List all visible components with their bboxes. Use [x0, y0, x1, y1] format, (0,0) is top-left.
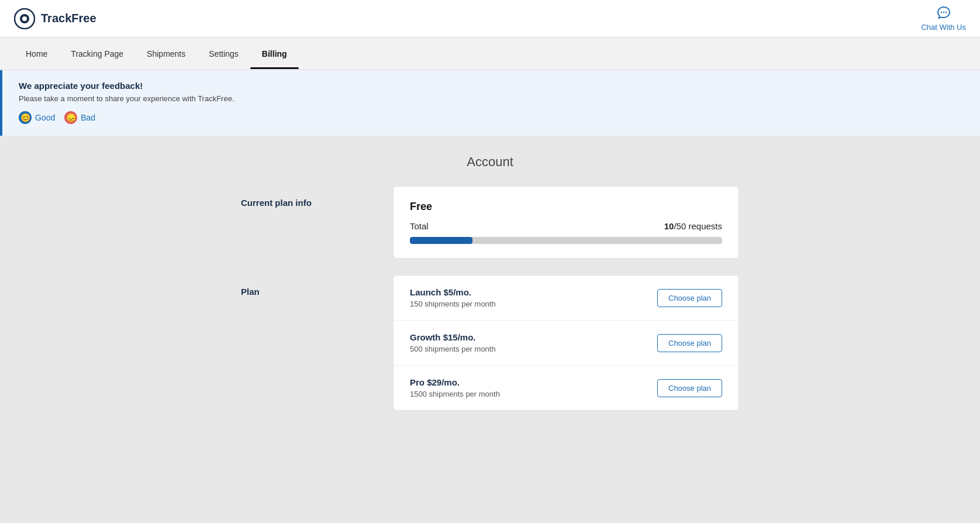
used-requests: 10: [664, 221, 674, 231]
plan-option-growth-name: Growth $15/mo.: [410, 332, 496, 342]
account-title: Account: [241, 154, 739, 170]
chat-with-us-button[interactable]: Chat With Us: [921, 5, 966, 32]
progress-bar-track: [410, 237, 722, 244]
plans-card: Launch $5/mo. 150 shipments per month Ch…: [393, 275, 739, 411]
total-value: 10/50 requests: [664, 221, 722, 231]
progress-bar-fill: [410, 237, 472, 244]
total-requests: 50: [677, 221, 686, 231]
current-plan-content: Free Total 10/50 requests: [393, 186, 739, 259]
bad-emoji-icon: 😞: [64, 111, 77, 124]
choose-plan-growth-button[interactable]: Choose plan: [657, 334, 722, 352]
plan-option-growth-info: Growth $15/mo. 500 shipments per month: [410, 332, 496, 353]
feedback-bad-label: Bad: [81, 113, 95, 122]
plan-row: Plan Launch $5/mo. 150 shipments per mon…: [241, 275, 739, 411]
feedback-buttons: 😊 Good 😞 Bad: [19, 111, 964, 124]
plan-name: Free: [410, 201, 722, 213]
nav-item-billing[interactable]: Billing: [250, 39, 299, 69]
feedback-bad-button[interactable]: 😞 Bad: [64, 111, 95, 124]
nav-item-tracking-page[interactable]: Tracking Page: [59, 39, 135, 69]
nav: Home Tracking Page Shipments Settings Bi…: [0, 37, 980, 70]
plan-info-card: Free Total 10/50 requests: [393, 186, 739, 259]
plan-option-pro-name: Pro $29/mo.: [410, 377, 500, 387]
plan-option-pro-desc: 1500 shipments per month: [410, 390, 500, 398]
plan-total-row: Total 10/50 requests: [410, 221, 722, 231]
plan-option-launch: Launch $5/mo. 150 shipments per month Ch…: [394, 276, 739, 321]
chat-label: Chat With Us: [921, 23, 966, 32]
plan-option-pro: Pro $29/mo. 1500 shipments per month Cho…: [394, 366, 739, 410]
svg-point-5: [946, 12, 947, 13]
logo-text: TrackFree: [41, 12, 96, 25]
feedback-good-button[interactable]: 😊 Good: [19, 111, 55, 124]
plan-option-growth: Growth $15/mo. 500 shipments per month C…: [394, 321, 739, 366]
main-content: We appreciate your feedback! Please take…: [0, 70, 980, 523]
plan-section-label: Plan: [241, 275, 370, 297]
plan-option-growth-desc: 500 shipments per month: [410, 345, 496, 353]
good-emoji-icon: 😊: [19, 111, 32, 124]
nav-item-shipments[interactable]: Shipments: [135, 39, 197, 69]
plan-option-launch-name: Launch $5/mo.: [410, 287, 496, 297]
logo-icon: [14, 8, 35, 29]
feedback-subtitle: Please take a moment to share your exper…: [19, 94, 964, 103]
plan-option-launch-desc: 150 shipments per month: [410, 300, 496, 308]
feedback-title: We appreciate your feedback!: [19, 81, 964, 91]
current-plan-row: Current plan info Free Total 10/50 reque…: [241, 186, 739, 259]
total-label: Total: [410, 221, 429, 231]
plan-option-launch-info: Launch $5/mo. 150 shipments per month: [410, 287, 496, 308]
svg-point-2: [22, 16, 27, 21]
plan-option-pro-info: Pro $29/mo. 1500 shipments per month: [410, 377, 500, 398]
plans-content: Launch $5/mo. 150 shipments per month Ch…: [393, 275, 739, 411]
choose-plan-launch-button[interactable]: Choose plan: [657, 289, 722, 307]
nav-item-settings[interactable]: Settings: [197, 39, 250, 69]
chat-icon: [936, 5, 952, 22]
logo: TrackFree: [14, 8, 96, 29]
feedback-good-label: Good: [35, 113, 55, 122]
svg-point-3: [941, 12, 942, 13]
nav-item-home[interactable]: Home: [14, 39, 59, 69]
header: TrackFree Chat With Us: [0, 0, 980, 37]
requests-suffix: requests: [688, 221, 722, 231]
feedback-banner: We appreciate your feedback! Please take…: [0, 70, 980, 136]
account-section: Account Current plan info Free Total 10/…: [227, 136, 753, 446]
current-plan-label: Current plan info: [241, 186, 370, 208]
choose-plan-pro-button[interactable]: Choose plan: [657, 379, 722, 397]
svg-point-4: [943, 12, 944, 13]
